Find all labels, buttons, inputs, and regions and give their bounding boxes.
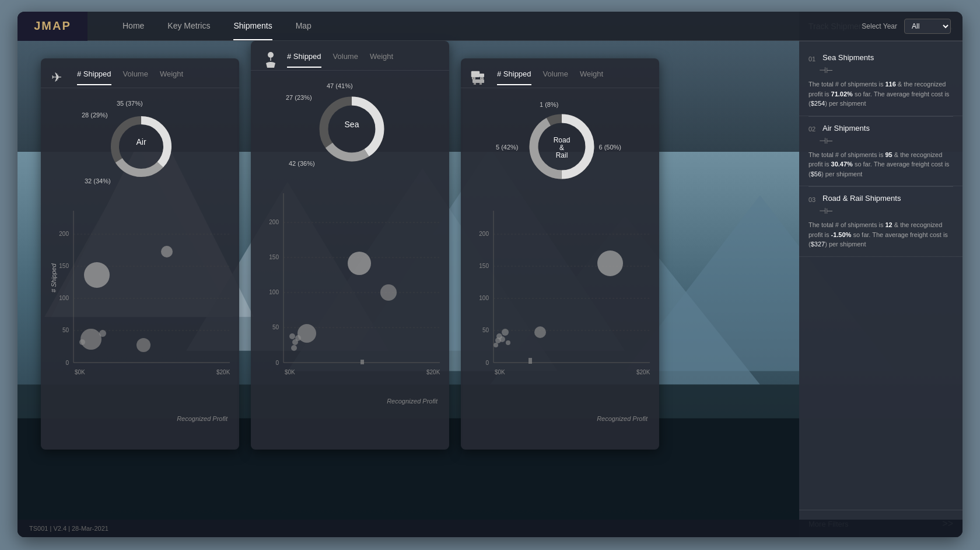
air-annotation-left: 28 (29%) <box>82 112 108 119</box>
air-tab-weight[interactable]: Weight <box>160 69 183 85</box>
outer-frame: JMAP Home Key Metrics Shipments Map Sele… <box>18 12 963 537</box>
air-annotation-top: 35 (37%) <box>117 100 143 107</box>
svg-text:150: 150 <box>479 263 489 269</box>
road-rail-card-header: # Shipped Volume Weight <box>461 58 659 88</box>
svg-text:50: 50 <box>62 327 69 333</box>
svg-text:$20K: $20K <box>636 369 650 375</box>
svg-text:100: 100 <box>479 295 489 301</box>
svg-text:0: 0 <box>275 360 279 366</box>
svg-text:200: 200 <box>479 231 489 237</box>
nav-map[interactable]: Map <box>296 12 312 40</box>
air-bubble-4 <box>136 338 150 352</box>
svg-text:150: 150 <box>59 263 69 269</box>
sea-card: # Shipped Volume Weight 47 (41%) 27 (23%… <box>251 41 449 450</box>
sea-bubble-5 <box>289 333 295 339</box>
air-tabs: # Shipped Volume Weight <box>77 69 183 85</box>
header: JMAP Home Key Metrics Shipments Map Sele… <box>18 12 963 41</box>
air-bubble-5 <box>99 330 106 337</box>
svg-rect-53 <box>473 79 484 83</box>
svg-rect-75 <box>528 358 532 364</box>
svg-point-29 <box>268 52 274 58</box>
svg-rect-55 <box>480 83 482 85</box>
air-icon: ✈ <box>50 67 71 88</box>
nav-shipments[interactable]: Shipments <box>233 12 272 40</box>
road-rail-tabs: # Shipped Volume Weight <box>497 69 603 85</box>
road-rail-bubble-3 <box>502 329 509 336</box>
right-panel: Track Shipments 01 Sea Shipments ⊣⊢ The … <box>799 12 963 537</box>
svg-text:$20K: $20K <box>216 369 230 375</box>
sea-tab-volume[interactable]: Volume <box>333 52 358 68</box>
svg-text:Rail: Rail <box>556 151 568 159</box>
nav-home[interactable]: Home <box>123 12 144 40</box>
air-bubble-6 <box>79 339 85 345</box>
panel-item-desc-road-rail: The total # of shipments is 12 & the rec… <box>808 220 953 249</box>
panel-item-divider-sea: ⊣⊢ <box>819 65 953 75</box>
panel-item-desc-air: The total # of shipments is 95 & the rec… <box>808 150 953 179</box>
road-rail-annotation-left: 5 (42%) <box>496 144 519 151</box>
air-bubble-2 <box>161 246 173 257</box>
year-select[interactable]: All 2021 2020 2019 <box>904 19 951 34</box>
air-tab-shipped[interactable]: # Shipped <box>77 69 111 85</box>
logo: JMAP <box>34 19 71 33</box>
air-tab-volume[interactable]: Volume <box>123 69 148 85</box>
sea-icon <box>260 49 281 70</box>
svg-text:&: & <box>559 144 564 152</box>
panel-item-number-sea: 01 <box>808 55 819 62</box>
svg-text:# Shipped: # Shipped <box>50 263 57 293</box>
svg-text:$20K: $20K <box>426 369 440 375</box>
panel-item-sea: 01 Sea Shipments ⊣⊢ The total # of shipm… <box>799 46 963 116</box>
road-rail-bubble-6 <box>499 336 505 342</box>
road-rail-scatter: 0 50 100 150 200 $0K $20K <box>461 205 659 427</box>
header-right: Select Year All 2021 2020 2019 <box>862 19 951 34</box>
svg-text:50: 50 <box>272 324 279 330</box>
svg-text:200: 200 <box>269 219 279 225</box>
road-rail-donut-area: 1 (8%) 5 (42%) 6 (50%) Road & Rail <box>461 88 659 205</box>
svg-text:Air: Air <box>136 137 146 147</box>
sea-tab-shipped[interactable]: # Shipped <box>287 52 321 68</box>
road-rail-annotation-top: 1 (8%) <box>540 101 558 108</box>
sea-tab-weight[interactable]: Weight <box>370 52 393 68</box>
sea-bubble-7 <box>291 345 297 351</box>
svg-rect-54 <box>474 83 476 85</box>
sea-annotation-top: 47 (41%) <box>327 82 353 89</box>
road-rail-tab-volume[interactable]: Volume <box>543 69 568 85</box>
footer: TS001 | V2.4 | 28-Mar-2021 <box>18 520 963 537</box>
svg-text:$0K: $0K <box>75 369 85 375</box>
svg-text:$0K: $0K <box>285 369 295 375</box>
svg-point-51 <box>473 77 475 80</box>
svg-text:150: 150 <box>269 254 279 260</box>
road-rail-bubble-8 <box>506 340 510 345</box>
panel-item-road-rail: 03 Road & Rail Shipments ⊣⊢ The total # … <box>799 187 963 257</box>
air-card-header: ✈ # Shipped Volume Weight <box>41 58 239 88</box>
sea-scatter-svg: 0 50 100 150 200 $0K $20K <box>260 187 440 398</box>
road-rail-tab-weight[interactable]: Weight <box>580 69 603 85</box>
road-rail-bubble-2 <box>534 326 546 338</box>
svg-text:100: 100 <box>59 295 69 301</box>
panel-item-divider-air: ⊣⊢ <box>819 136 953 145</box>
select-year-label: Select Year <box>862 22 897 30</box>
road-rail-annotation-right: 6 (50%) <box>598 144 621 151</box>
air-x-axis-label: Recognized Profit <box>177 415 228 422</box>
sea-annotation-left: 27 (23%) <box>286 94 312 101</box>
air-scatter-svg: 0 50 100 150 200 $0K $20K <box>50 205 230 392</box>
road-rail-tab-shipped[interactable]: # Shipped <box>497 69 531 85</box>
sea-card-header: # Shipped Volume Weight <box>251 41 449 71</box>
air-scatter: 0 50 100 150 200 $0K $20K <box>41 205 239 427</box>
svg-rect-48 <box>360 360 364 364</box>
svg-text:Sea: Sea <box>345 120 359 129</box>
air-bubble-3 <box>80 329 102 350</box>
air-card: ✈ # Shipped Volume Weight 35 (37%) 28 (2… <box>41 58 239 450</box>
panel-item-title-sea: Sea Shipments <box>822 53 874 62</box>
sea-bubble-6 <box>295 335 301 341</box>
sea-bubble-1 <box>348 252 371 275</box>
panel-item-title-road-rail: Road & Rail Shipments <box>822 194 901 203</box>
svg-text:0: 0 <box>65 360 69 366</box>
air-donut-area: 35 (37%) 28 (29%) 32 (34%) Air <box>41 88 239 205</box>
nav-key-metrics[interactable]: Key Metrics <box>167 12 210 40</box>
panel-item-title-air: Air Shipments <box>822 124 870 133</box>
sea-scatter: 0 50 100 150 200 $0K $20K <box>251 187 449 409</box>
panel-item-desc-sea: The total # of shipments is 116 & the re… <box>808 79 953 109</box>
svg-text:0: 0 <box>485 360 489 366</box>
svg-point-52 <box>481 77 484 80</box>
panel-items: 01 Sea Shipments ⊣⊢ The total # of shipm… <box>799 41 963 510</box>
